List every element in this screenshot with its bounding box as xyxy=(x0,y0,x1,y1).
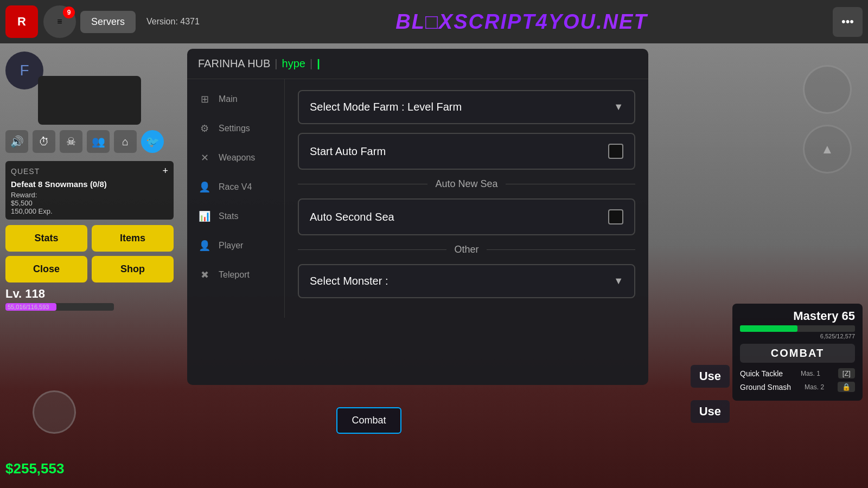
skill-mas-1: Mas. 2 xyxy=(805,383,824,391)
items-button[interactable]: Items xyxy=(92,225,174,252)
site-title: BL□XSCRIPT4YOU.NET xyxy=(210,10,833,34)
money-display: $255,553 xyxy=(5,460,64,477)
teleport-icon: ✖ xyxy=(197,269,212,281)
start-auto-farm-toggle[interactable]: Start Auto Farm xyxy=(298,133,635,170)
avatar-box xyxy=(38,76,141,125)
main-panel: FARINHA HUB | hype | | ⊞ Main ⚙ Settings… xyxy=(187,49,648,385)
hype-label: hype xyxy=(282,57,305,70)
sound-icon[interactable]: 🔊 xyxy=(5,130,28,153)
quest-box: QUEST + Defeat 8 Snowmans (0/8) Reward: … xyxy=(5,161,174,220)
home-icon[interactable]: ⌂ xyxy=(114,130,137,153)
skill-row-0: Quick Tackle Mas. 1 [Z] xyxy=(740,368,855,378)
mode-farm-label: Select Mode Farm : Level Farm xyxy=(310,101,462,113)
quest-title: QUEST xyxy=(11,167,40,176)
main-icon: ⊞ xyxy=(197,93,212,105)
level-row: Lv. 118 xyxy=(5,287,174,301)
cursor: | xyxy=(317,57,320,70)
joystick-left[interactable] xyxy=(33,390,76,434)
skill-name-1: Ground Smash xyxy=(740,383,791,391)
close-button[interactable]: Close xyxy=(5,256,87,282)
mastery-numbers: 6,525/12,577 xyxy=(740,333,855,339)
other-divider: Other xyxy=(298,244,635,255)
nav-item-teleport[interactable]: ✖ Teleport xyxy=(187,260,284,290)
right-joystick-area: ▲ xyxy=(803,65,852,174)
quest-add-button[interactable]: + xyxy=(162,165,168,177)
nav-item-main[interactable]: ⊞ Main xyxy=(187,85,284,114)
nav-item-race[interactable]: 👤 Race V4 xyxy=(187,172,284,202)
nav-item-player[interactable]: 👤 Player xyxy=(187,231,284,260)
nav-main-label: Main xyxy=(219,94,238,104)
notification-button[interactable]: ≡ 9 xyxy=(43,5,76,38)
quest-exp: 150,000 Exp. xyxy=(11,207,168,215)
nav-teleport-label: Teleport xyxy=(219,270,250,280)
nav-race-label: Race V4 xyxy=(219,182,252,192)
stats-nav-icon: 📊 xyxy=(197,210,212,222)
start-farm-checkbox[interactable] xyxy=(608,144,623,159)
header-sep1: | xyxy=(275,57,277,70)
dropdown-arrow: ▼ xyxy=(614,101,623,113)
auto-new-sea-label: Auto New Sea xyxy=(435,178,497,190)
mastery-panel: Mastery 65 6,525/12,577 COMBAT Quick Tac… xyxy=(732,304,863,401)
stats-items-row: Stats Items xyxy=(5,225,174,252)
auto-second-sea-checkbox[interactable] xyxy=(608,209,623,224)
top-bar: R ≡ 9 Servers Version: 4371 BL□XSCRIPT4Y… xyxy=(0,0,868,43)
joystick-right[interactable] xyxy=(803,65,852,114)
shop-button[interactable]: Shop xyxy=(92,256,174,282)
nav-stats-label: Stats xyxy=(219,211,238,221)
weapons-icon: ✕ xyxy=(197,152,212,164)
nav-item-settings[interactable]: ⚙ Settings xyxy=(187,114,284,143)
quest-money: $5,500 xyxy=(11,199,168,207)
level-text: Lv. 118 xyxy=(5,287,45,301)
nav-item-weapons[interactable]: ✕ Weapons xyxy=(187,143,284,172)
other-divider-left xyxy=(298,249,446,250)
stats-button[interactable]: Stats xyxy=(5,225,87,252)
skill-row-1: Ground Smash Mas. 2 🔒 xyxy=(740,382,855,392)
mastery-title: Mastery 65 xyxy=(740,309,855,323)
left-sidebar: 🔊 ⏱ ☠ 👥 ⌂ 🐦 QUEST + Defeat 8 Snowmans (0… xyxy=(5,49,174,311)
skill-key-0[interactable]: [Z] xyxy=(838,368,855,378)
select-monster-label: Select Monster : xyxy=(310,275,388,287)
people-icon[interactable]: 👥 xyxy=(87,130,110,153)
header-sep2: | xyxy=(310,57,312,70)
divider-left xyxy=(298,184,427,184)
player-icon: 👤 xyxy=(197,240,212,252)
auto-second-sea-toggle[interactable]: Auto Second Sea xyxy=(298,198,635,235)
select-monster-dropdown[interactable]: Select Monster : ▼ xyxy=(298,264,635,298)
combat-popup: Combat xyxy=(336,407,401,434)
exp-bar-container: 55,016/116,593 xyxy=(5,303,114,311)
nav-player-label: Player xyxy=(219,241,243,251)
nav-sidebar: ⊞ Main ⚙ Settings ✕ Weapons 👤 Race V4 📊 … xyxy=(187,79,285,318)
panel-body: ⊞ Main ⚙ Settings ✕ Weapons 👤 Race V4 📊 … xyxy=(187,79,648,318)
skill-mas-0: Mas. 1 xyxy=(801,370,820,377)
mastery-bar xyxy=(740,325,797,332)
icon-row: 🔊 ⏱ ☠ 👥 ⌂ 🐦 xyxy=(5,130,174,153)
nav-item-stats[interactable]: 📊 Stats xyxy=(187,202,284,231)
auto-new-sea-divider: Auto New Sea xyxy=(298,178,635,190)
nav-settings-label: Settings xyxy=(219,124,250,133)
skill-name-0: Quick Tackle xyxy=(740,369,783,378)
mastery-bar-container xyxy=(740,325,855,332)
servers-button[interactable]: Servers xyxy=(80,11,136,33)
version-text: Version: 4371 xyxy=(146,17,200,27)
more-button[interactable]: ••• xyxy=(833,7,863,37)
close-shop-row: Close Shop xyxy=(5,256,174,282)
other-divider-right xyxy=(487,249,635,250)
dpad-up-icon[interactable]: ▲ xyxy=(821,142,834,157)
skill-key-1[interactable]: 🔒 xyxy=(838,382,855,392)
panel-header: FARINHA HUB | hype | | xyxy=(187,49,648,79)
gear-icon[interactable]: ⏱ xyxy=(33,130,55,153)
roblox-logo: R xyxy=(5,5,38,38)
twitter-icon[interactable]: 🐦 xyxy=(141,130,164,153)
mode-farm-dropdown[interactable]: Select Mode Farm : Level Farm ▼ xyxy=(298,90,635,124)
skull-icon[interactable]: ☠ xyxy=(60,130,82,153)
use-button-2[interactable]: Use xyxy=(691,400,730,423)
notification-badge: 9 xyxy=(63,7,75,18)
settings-icon: ⚙ xyxy=(197,123,212,134)
start-farm-label: Start Auto Farm xyxy=(310,145,386,158)
exp-text: 55,016/116,593 xyxy=(8,303,49,311)
content-area: Select Mode Farm : Level Farm ▼ Start Au… xyxy=(285,79,648,318)
use-button-1[interactable]: Use xyxy=(691,365,730,388)
other-label: Other xyxy=(454,244,478,255)
hub-name: FARINHA HUB xyxy=(198,57,270,70)
divider-right xyxy=(506,184,635,184)
